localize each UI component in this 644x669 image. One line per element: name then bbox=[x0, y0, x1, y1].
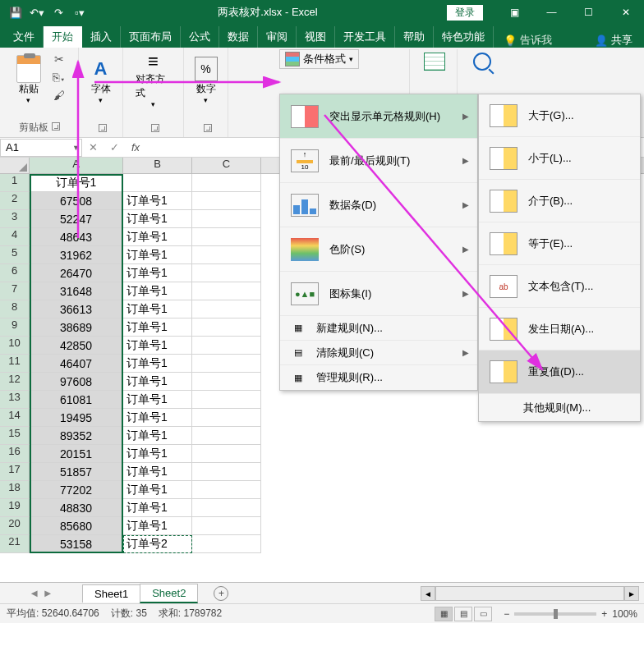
cell[interactable] bbox=[192, 210, 261, 228]
select-all-corner[interactable] bbox=[0, 158, 30, 173]
row-header[interactable]: 15 bbox=[0, 427, 30, 445]
cell[interactable] bbox=[192, 174, 261, 192]
cell[interactable]: 订单号1 bbox=[123, 391, 192, 409]
tab-file[interactable]: 文件 bbox=[5, 26, 44, 48]
undo-icon[interactable]: ↶▾ bbox=[28, 3, 46, 21]
row-header[interactable]: 18 bbox=[0, 481, 30, 499]
cell[interactable] bbox=[192, 463, 261, 481]
tab-data[interactable]: 数据 bbox=[219, 26, 258, 48]
menu-clear-rules[interactable]: ▤ 清除规则(C)▶ bbox=[280, 341, 477, 365]
cell[interactable]: 订单号1 bbox=[123, 427, 192, 445]
cell[interactable] bbox=[192, 535, 261, 553]
share-button[interactable]: 👤共享 bbox=[595, 33, 639, 48]
login-button[interactable]: 登录 bbox=[447, 5, 483, 21]
cell[interactable]: 31962 bbox=[30, 246, 123, 264]
tab-special[interactable]: 特色功能 bbox=[434, 26, 494, 48]
redo-icon[interactable]: ↷ bbox=[49, 3, 67, 21]
cell[interactable]: 36613 bbox=[30, 300, 123, 318]
cell[interactable]: 97608 bbox=[30, 373, 123, 391]
cell[interactable]: 订单号1 bbox=[123, 463, 192, 481]
pagebreak-view-icon[interactable]: ▭ bbox=[474, 607, 492, 621]
menu-top-rules[interactable]: ↑10 最前/最后规则(T)▶ bbox=[280, 139, 477, 183]
cell[interactable] bbox=[192, 318, 261, 337]
qat-more-icon[interactable]: ▫▾ bbox=[71, 3, 89, 21]
row-header[interactable]: 16 bbox=[0, 445, 30, 463]
tab-layout[interactable]: 页面布局 bbox=[121, 26, 181, 48]
row-header[interactable]: 6 bbox=[0, 264, 30, 282]
cell[interactable] bbox=[192, 337, 261, 355]
col-header-c[interactable]: C bbox=[192, 158, 261, 173]
row-header[interactable]: 3 bbox=[0, 210, 30, 228]
tell-me[interactable]: 💡告诉我 bbox=[504, 33, 552, 48]
cell[interactable] bbox=[192, 246, 261, 264]
cell[interactable]: 26470 bbox=[30, 264, 123, 282]
conditional-format-button[interactable]: 条件格式 ▾ bbox=[279, 49, 359, 69]
ribbon-display-icon[interactable]: ▣ bbox=[496, 0, 533, 25]
cells-button[interactable] bbox=[414, 48, 455, 71]
cut-icon[interactable]: ✂ bbox=[50, 51, 68, 67]
menu-between[interactable]: 介于(B)... bbox=[479, 180, 640, 222]
sheet-tab-2[interactable]: Sheet2 bbox=[140, 584, 198, 603]
horizontal-scrollbar[interactable]: ◄ ► bbox=[421, 586, 639, 601]
cell[interactable]: 订单号1 bbox=[123, 246, 192, 264]
row-header[interactable]: 4 bbox=[0, 228, 30, 246]
zoom-in-icon[interactable]: + bbox=[601, 608, 607, 620]
tab-help[interactable]: 帮助 bbox=[395, 26, 434, 48]
copy-icon[interactable]: ⎘▾ bbox=[50, 69, 68, 85]
tab-dev[interactable]: 开发工具 bbox=[335, 26, 395, 48]
menu-manage-rules[interactable]: ▦ 管理规则(R)... bbox=[280, 365, 477, 390]
align-button[interactable]: ≡对齐方式▾ bbox=[136, 51, 172, 108]
cell[interactable]: 订单号2 bbox=[123, 535, 192, 553]
tab-view[interactable]: 视图 bbox=[297, 26, 335, 48]
cell[interactable]: 订单号1 bbox=[123, 445, 192, 463]
cell[interactable] bbox=[192, 373, 261, 391]
cell[interactable]: 52247 bbox=[30, 210, 123, 228]
cell[interactable]: 订单号1 bbox=[123, 481, 192, 499]
cell[interactable]: 77202 bbox=[30, 481, 123, 499]
cell[interactable] bbox=[192, 517, 261, 535]
cell[interactable] bbox=[192, 409, 261, 427]
fmt-painter-icon[interactable]: 🖌 bbox=[50, 87, 68, 103]
menu-data-bars[interactable]: 数据条(D)▶ bbox=[280, 183, 477, 227]
menu-new-rule[interactable]: ▦ 新建规则(N)... bbox=[280, 316, 477, 341]
maximize-icon[interactable]: ☐ bbox=[570, 0, 607, 25]
expand-icon[interactable] bbox=[99, 124, 107, 132]
cell[interactable]: 订单号1 bbox=[123, 282, 192, 300]
menu-text-contains[interactable]: 文本包含(T)... bbox=[479, 265, 640, 308]
menu-other-rules[interactable]: 其他规则(M)... bbox=[479, 393, 640, 421]
cell[interactable]: 31648 bbox=[30, 282, 123, 300]
cell[interactable]: 订单号1 bbox=[123, 499, 192, 517]
row-header[interactable]: 19 bbox=[0, 499, 30, 517]
zoom-out-icon[interactable]: − bbox=[504, 608, 509, 620]
name-box[interactable]: A1▼ bbox=[0, 139, 82, 157]
cell[interactable] bbox=[192, 391, 261, 409]
font-button[interactable]: A字体▾ bbox=[83, 51, 119, 108]
col-header-b[interactable]: B bbox=[123, 158, 192, 173]
row-header[interactable]: 21 bbox=[0, 535, 30, 553]
menu-icon-sets[interactable]: ●▲■ 图标集(I)▶ bbox=[280, 272, 477, 316]
row-header[interactable]: 9 bbox=[0, 318, 30, 337]
paste-button[interactable]: 粘贴 ▾ bbox=[11, 51, 47, 108]
expand-icon[interactable] bbox=[52, 122, 60, 131]
scroll-track[interactable] bbox=[435, 586, 624, 601]
cell[interactable]: 85680 bbox=[30, 517, 123, 535]
cell[interactable]: 订单号1 bbox=[123, 264, 192, 282]
cell[interactable]: 订单号1 bbox=[123, 355, 192, 373]
minimize-icon[interactable]: — bbox=[533, 0, 570, 25]
cell[interactable]: 51857 bbox=[30, 463, 123, 481]
cell[interactable] bbox=[192, 192, 261, 210]
tab-home[interactable]: 开始 bbox=[44, 26, 82, 48]
save-icon[interactable]: 💾 bbox=[7, 3, 25, 21]
cell[interactable]: 19495 bbox=[30, 409, 123, 427]
number-button[interactable]: %数字▾ bbox=[188, 51, 224, 108]
row-header[interactable]: 13 bbox=[0, 391, 30, 409]
cell[interactable]: 订单号1 bbox=[123, 192, 192, 210]
row-header[interactable]: 12 bbox=[0, 373, 30, 391]
cell[interactable]: 67508 bbox=[30, 192, 123, 210]
sheet-nav[interactable]: ◄ ► bbox=[0, 587, 82, 599]
tab-review[interactable]: 审阅 bbox=[258, 26, 297, 48]
fx-icon[interactable]: fx bbox=[125, 141, 146, 154]
cell[interactable] bbox=[192, 481, 261, 499]
cell[interactable]: 48643 bbox=[30, 228, 123, 246]
cell[interactable]: 46407 bbox=[30, 355, 123, 373]
